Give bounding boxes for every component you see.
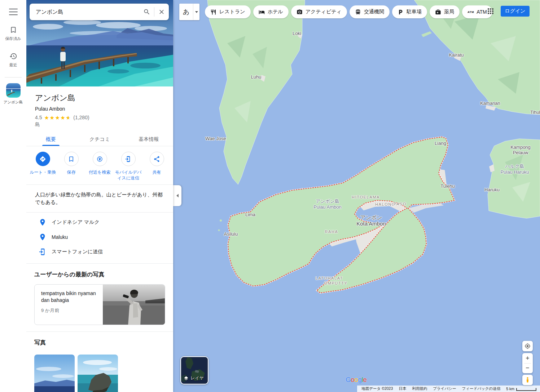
clear-search-button[interactable] [154,5,169,19]
photos-section: 写真 [26,332,173,392]
terms-link[interactable]: 利用規約 [412,386,427,391]
zoom-controls: + − [522,353,533,373]
photo-caption: tempatnya bikin nyaman dan bahagia [41,290,99,304]
sidebar-item-recent[interactable]: 最近 [0,52,26,68]
star-icon [55,115,60,121]
pegman-button[interactable] [522,375,533,385]
directions-button[interactable]: ルート・乗換 [28,152,57,181]
google-apps-button[interactable] [486,7,495,15]
hotel-icon [259,9,265,15]
share-button[interactable]: 共有 [142,152,171,181]
zoom-out-button[interactable]: − [522,364,533,374]
detail-row-region[interactable]: インドネシア マルク [26,215,173,230]
photo-card-text: tempatnya bikin nyaman dan bahagia 9 か月前 [35,285,103,325]
google-logo: Google [346,376,366,384]
chip-hotels[interactable]: ホテル [253,5,289,18]
share-icon [153,156,160,162]
review-count[interactable]: (1,280) [73,115,89,120]
rating-row: 4.5 (1,280) [35,115,164,120]
detail-text: Maluku [52,234,68,240]
place-thumbnail [6,83,21,98]
left-rail: 保存済み 最近 アンボン島 [0,0,26,392]
tab-bar: 概要 クチコミ 基本情報 [26,133,173,146]
ime-mode-label: あ [179,8,193,16]
layers-button[interactable]: レイヤ [180,356,208,384]
photo-thumbnails [34,355,165,392]
pegman-icon [524,377,531,383]
bookmark-icon [9,26,17,34]
detail-row-province[interactable]: Maluku [26,230,173,244]
camera-icon [297,9,303,15]
category-chip-bar: レストラン ホテル アクティビティ 交通機関 駐車場 薬局 [205,5,492,18]
map-terrain [173,0,540,392]
chip-parking[interactable]: 駐車場 [392,5,427,18]
page-title: アンボン島 [35,93,164,103]
search-icon [143,8,150,15]
chevron-down-icon[interactable] [193,11,199,13]
transit-icon [355,9,361,15]
place-description: 人口が多い緑豊かな熱帯の島。山とビーチがあり、州都でもある。 [26,185,173,212]
restaurant-icon [210,9,216,15]
search-input[interactable] [30,9,140,15]
rating-stars [44,115,71,120]
place-thumbnail-label: アンボン島 [4,100,23,105]
sidebar-item-saved[interactable]: 保存済み [0,26,26,41]
layers-label-row: レイヤ [184,375,204,381]
chip-transit[interactable]: 交通機関 [350,5,390,18]
search-nearby-button[interactable]: 付近を検索 [85,152,114,181]
saved-label: 保存済み [5,36,21,41]
country-link[interactable]: 日本 [399,386,406,391]
search-button[interactable] [140,5,154,19]
detail-text: スマートフォンに送信 [52,249,103,255]
chip-pharmacies[interactable]: 薬局 [430,5,460,18]
close-icon [158,8,165,15]
atm-icon: ATM [467,10,474,14]
zoom-in-button[interactable]: + [522,353,533,363]
privacy-link[interactable]: プライバシー [433,386,456,391]
photo-thumb-rock[interactable] [78,355,118,392]
rail-divider [5,77,22,77]
send-to-phone-icon [39,248,47,256]
collapse-panel-button[interactable] [173,185,181,206]
place-subtitle: Pulau Ambon [35,106,164,112]
login-button[interactable]: ログイン [501,6,530,17]
latest-photo-card[interactable]: tempatnya bikin nyaman dan bahagia 9 か月前 [34,284,165,325]
parking-icon [398,9,404,15]
sidebar-item-place[interactable]: アンボン島 [0,83,26,105]
place-header: アンボン島 Pulau Ambon 4.5 (1,280) 島 [26,86,173,128]
photo-thumb-sea[interactable] [34,355,75,392]
map-data-copyright: 地図データ ©2023 [361,386,393,391]
place-category: 島 [35,121,164,128]
tab-reviews[interactable]: クチコミ [75,133,124,146]
map-scale[interactable]: 5 km [506,387,536,391]
place-pin-icon [39,218,47,226]
layers-icon [184,376,189,381]
star-icon [44,115,49,121]
send-to-device-button[interactable]: モバイルデバイスに送信 [114,152,142,181]
action-bar: ルート・乗換 保存 付近を検索 モバイルデバイスに送信 共有 [26,146,173,184]
pharmacy-icon [435,9,441,15]
chip-restaurants[interactable]: レストラン [205,5,251,18]
star-icon [49,115,55,121]
detail-text: インドネシア マルク [52,219,100,226]
latest-photos-header: ユーザーからの最新の写真 [34,271,165,279]
place-panel: アンボン島 Pulau Ambon 4.5 (1,280) 島 概要 クチコミ … [26,0,173,392]
my-location-button[interactable] [522,341,533,351]
latest-photos-section: ユーザーからの最新の写真 tempatnya bikin nyaman dan … [26,264,173,331]
my-location-icon [524,343,531,349]
save-button[interactable]: 保存 [57,152,85,181]
history-icon [9,52,17,60]
tab-about[interactable]: 基本情報 [124,133,173,146]
feedback-link[interactable]: フィードバックの送信 [462,386,501,391]
ime-button[interactable]: あ [179,4,199,20]
chip-activities[interactable]: アクティビティ [291,5,347,18]
recent-label: 最近 [9,62,17,68]
map-canvas[interactable]: Loki Luhu Wae Jose Kairatu Kamarian Tihu… [173,0,540,392]
menu-icon[interactable] [9,9,18,15]
rating-value: 4.5 [35,115,42,120]
search-bar [30,4,169,20]
photo-age: 9 か月前 [41,307,99,314]
detail-row-send-to-phone[interactable]: スマートフォンに送信 [26,244,173,259]
tab-overview[interactable]: 概要 [26,133,75,146]
photos-header: 写真 [34,339,165,347]
